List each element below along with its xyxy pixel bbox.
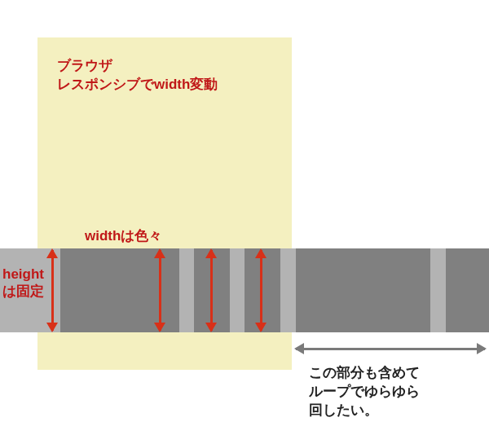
height-arrow-icon xyxy=(154,250,165,331)
browser-label: ブラウザ レスポンシブでwidth変動 xyxy=(57,57,218,94)
overflow-span-arrow-icon xyxy=(296,343,485,354)
image-strip xyxy=(0,248,489,332)
strip-block xyxy=(446,248,489,332)
loop-caption: この部分も含めて ループでゆらゆら 回したい。 xyxy=(309,364,420,420)
height-arrow-icon xyxy=(255,250,267,331)
height-arrow-icon xyxy=(205,250,217,331)
width-varies-label: widthは色々 xyxy=(85,226,162,245)
height-fixed-label: height は固定 xyxy=(2,266,44,301)
strip-block xyxy=(296,248,430,332)
height-arrow-icon xyxy=(46,250,58,331)
